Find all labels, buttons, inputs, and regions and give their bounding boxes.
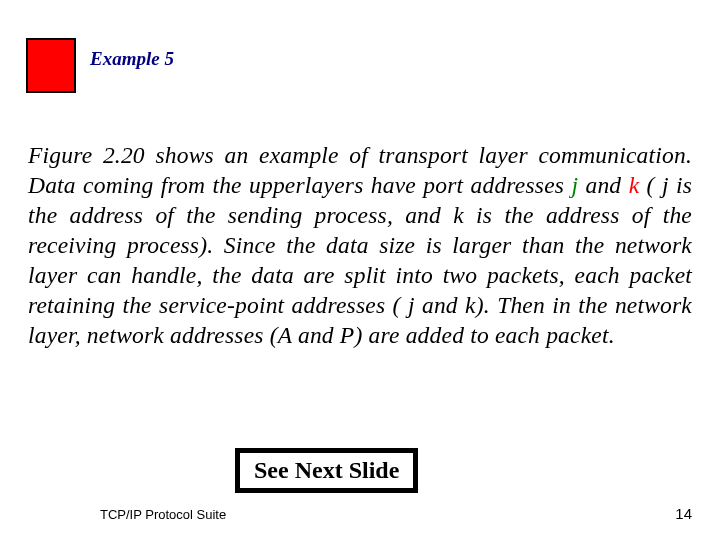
- port-k: k: [629, 172, 640, 198]
- example-title: Example 5: [90, 48, 174, 70]
- next-slide-button[interactable]: See Next Slide: [235, 448, 418, 493]
- body-post: ( j is the address of the sending proces…: [28, 172, 692, 348]
- accent-box: [26, 38, 76, 93]
- body-paragraph: Figure 2.20 shows an example of transpor…: [28, 140, 692, 351]
- footer-left: TCP/IP Protocol Suite: [100, 507, 226, 522]
- body-mid1: and: [578, 172, 628, 198]
- page-number: 14: [675, 505, 692, 522]
